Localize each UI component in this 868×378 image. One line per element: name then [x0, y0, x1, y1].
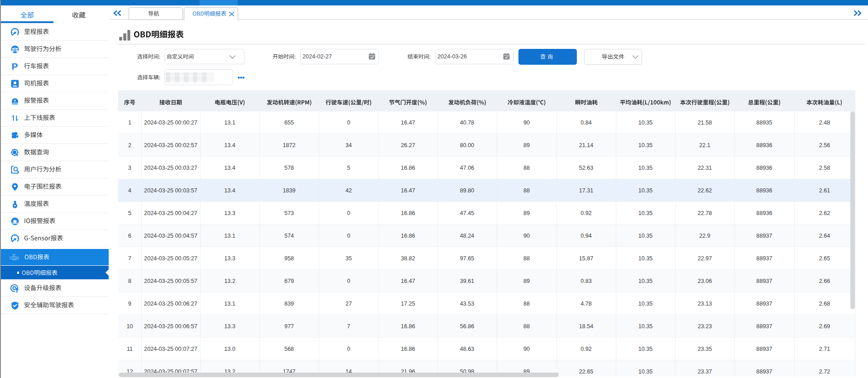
svg-text:OBD: OBD — [11, 257, 17, 259]
